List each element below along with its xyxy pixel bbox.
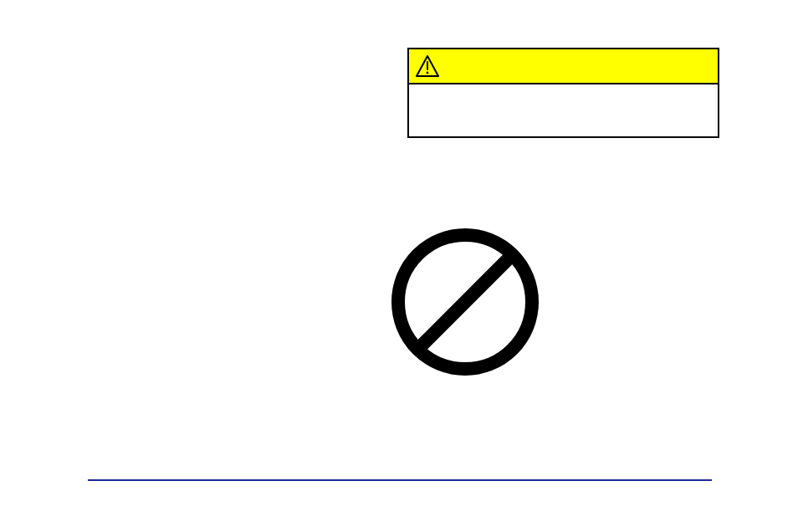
caution-header bbox=[409, 49, 718, 84]
svg-line-4 bbox=[421, 258, 509, 346]
caution-body bbox=[409, 84, 718, 136]
svg-point-2 bbox=[427, 72, 429, 74]
caution-box bbox=[407, 48, 719, 138]
footer-rule bbox=[88, 479, 712, 481]
warning-triangle-icon bbox=[416, 55, 439, 77]
document-page bbox=[0, 0, 798, 532]
prohibit-icon bbox=[387, 224, 543, 380]
